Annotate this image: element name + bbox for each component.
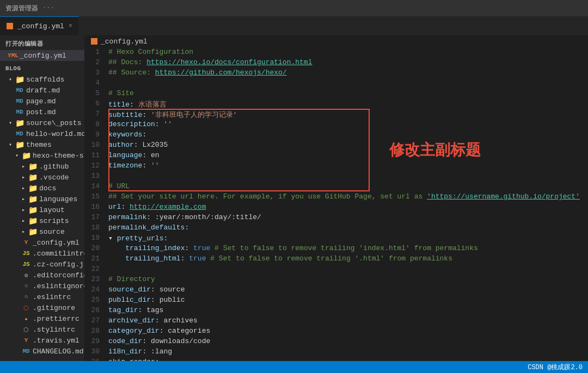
chevron-right-icon: ▸: [22, 196, 25, 202]
bottom-bar: CSDN @桃成蹊2.0: [0, 361, 588, 373]
sidebar-item-github[interactable]: ▸ 📁 .github: [0, 161, 84, 172]
sidebar-item-label: languages: [39, 195, 77, 203]
table-row: 23 # Directory: [84, 275, 588, 285]
title-bar-menu[interactable]: ···: [42, 4, 54, 12]
title-bar-text: 资源管理器: [5, 4, 38, 13]
sidebar-item-label: .prettierrc: [33, 315, 79, 323]
sidebar-item-source[interactable]: ▸ 📁 source: [0, 226, 84, 237]
md-file-icon: MD: [15, 97, 24, 105]
sidebar-item-prettierrc[interactable]: ✦ .prettierrc: [0, 313, 84, 324]
table-row: 18 permalink_defaults:: [84, 223, 588, 233]
sidebar-item-cz-config[interactable]: JS .cz-config.js: [0, 259, 84, 270]
folder-icon: 📁: [28, 195, 37, 203]
table-row: 24 source_dir: source: [84, 285, 588, 295]
sidebar-item-label: hexo-theme-stu...: [33, 152, 84, 160]
sidebar-item-label: .stylintrc: [33, 326, 75, 334]
table-row: 27 archive_dir: archives: [84, 316, 588, 326]
tab-close-button[interactable]: ×: [69, 22, 72, 30]
table-row: 25 public_dir: public: [84, 295, 588, 306]
table-row: 1 # Hexo Configuration: [84, 47, 588, 58]
folder-icon: 📁: [28, 206, 37, 214]
sidebar-item-label: layout: [39, 206, 65, 214]
sidebar-item-languages[interactable]: ▸ 📁 languages: [0, 194, 84, 204]
table-row: 12 timezone: '': [84, 161, 588, 171]
table-row: 14 # URL: [84, 182, 588, 192]
table-row: 9 keywords:: [84, 130, 588, 140]
table-row: 31 skip_render:: [84, 357, 588, 361]
blog-label: BLOG: [0, 61, 84, 74]
chevron-right-icon: ▸: [22, 217, 25, 224]
table-row: 29 code_dir: downloads/code: [84, 337, 588, 347]
chevron-right-icon: ▸: [22, 207, 25, 213]
sidebar-item-label: .eslintignore: [33, 282, 84, 290]
sidebar-item-source-posts[interactable]: ▾ 📁 source\_posts: [0, 117, 84, 128]
sidebar-item-label: draft.md: [26, 86, 60, 95]
sidebar-item-post[interactable]: MD post.md: [0, 107, 84, 117]
table-row: 13: [84, 171, 588, 182]
prettier-file-icon: ✦: [22, 314, 30, 323]
sidebar-item-gitignore[interactable]: ⬡ .gitignore: [0, 302, 84, 313]
table-row: 20 trailing_index: true # Set to false t…: [84, 244, 588, 254]
editor-content[interactable]: 修改主副标题 1 # Hexo Configuration 2 ## Docs:…: [84, 47, 588, 361]
sidebar-open-file-config[interactable]: YML _config.yml: [0, 50, 84, 61]
folder-icon: 📁: [15, 75, 24, 84]
js-file-icon: JS: [22, 249, 30, 258]
table-row: 2 ## Docs: https://hexo.io/docs/configur…: [84, 58, 588, 68]
chevron-right-icon: ▸: [22, 163, 25, 170]
md-file-icon: MD: [15, 129, 24, 138]
sidebar-item-editorconfig[interactable]: ⚙ .editorconfig: [0, 270, 84, 281]
chevron-right-icon: ▸: [22, 228, 25, 235]
sidebar-item-docs[interactable]: ▸ 📁 docs: [0, 183, 84, 194]
sidebar-item-config-inner[interactable]: Y _config.yml: [0, 237, 84, 248]
folder-icon: 📁: [15, 140, 24, 149]
sidebar-item-label: .commitlintrc.js: [33, 250, 84, 258]
sidebar-item-label: scripts: [39, 217, 69, 225]
editor-filename: _config.yml: [101, 38, 148, 46]
sidebar-item-commitlintrc[interactable]: JS .commitlintrc.js: [0, 248, 84, 259]
sidebar-item-scaffolds[interactable]: ▾ 📁 scaffolds: [0, 74, 84, 85]
chevron-down-icon: ▾: [9, 141, 12, 148]
js-file-icon: JS: [22, 260, 30, 269]
sidebar-item-label: .cz-config.js: [33, 260, 84, 269]
sidebar-item-label: .eslintrc: [33, 293, 71, 301]
sidebar-item-changelog[interactable]: MD CHANGELOG.md: [0, 346, 84, 357]
sidebar-item-label: .editorconfig: [33, 271, 84, 279]
open-editors-label: 打开的编辑器: [0, 35, 84, 50]
sidebar-item-eslintignore[interactable]: ○ .eslintignore: [0, 281, 84, 291]
chevron-down-icon: ▾: [15, 152, 19, 159]
folder-icon: 📁: [28, 173, 37, 182]
table-row: 16 url: http://example.com: [84, 202, 588, 213]
sidebar-item-scripts[interactable]: ▸ 📁 scripts: [0, 215, 84, 226]
table-row: 3 ## Source: https://github.com/hexojs/h…: [84, 68, 588, 78]
sidebar-item-layout[interactable]: ▸ 📁 layout: [0, 204, 84, 215]
table-row: 4: [84, 78, 588, 89]
sidebar-item-draft[interactable]: MD draft.md: [0, 85, 84, 96]
md-file-icon: MD: [15, 86, 24, 95]
sidebar-item-hexo-theme[interactable]: ▾ 📁 hexo-theme-stu...: [0, 150, 84, 161]
folder-icon: 📁: [28, 216, 37, 225]
dot-file-icon: ⬡: [22, 325, 30, 334]
dot-file-icon: ⚙: [22, 271, 30, 279]
sidebar-item-page[interactable]: MD page.md: [0, 96, 84, 107]
sidebar-item-label: .travis.yml: [33, 337, 79, 345]
tab-config-yml[interactable]: _config.yml ×: [0, 16, 79, 35]
chevron-down-icon: ▾: [9, 76, 12, 83]
table-row: 7 subtitle: '非科班电子人的学习记录': [84, 109, 588, 120]
sidebar-item-label: .vscode: [39, 173, 69, 182]
open-file-icon: YML: [9, 51, 17, 60]
dot-file-icon: ○: [22, 293, 30, 301]
table-row: 15 ## Set your site url here. For exampl…: [84, 192, 588, 202]
yml-file-icon: Y: [22, 238, 30, 247]
sidebar-item-eslintrc[interactable]: ○ .eslintrc: [0, 291, 84, 302]
sidebar-item-vscode[interactable]: ▸ 📁 .vscode: [0, 172, 84, 183]
dot-file-icon: ○: [22, 282, 30, 290]
sidebar-item-label: .gitignore: [33, 304, 75, 312]
sidebar-item-hello-world[interactable]: MD hello-world.md: [0, 128, 84, 139]
sidebar-item-stylintrc[interactable]: ⬡ .stylintrc: [0, 324, 84, 335]
sidebar-item-travis[interactable]: Y .travis.yml: [0, 335, 84, 346]
git-file-icon: ⬡: [22, 303, 30, 312]
sidebar-item-label: page.md: [26, 97, 56, 105]
sidebar-item-themes[interactable]: ▾ 📁 themes: [0, 139, 84, 150]
folder-icon: 📁: [15, 119, 24, 127]
chevron-down-icon: ▾: [9, 120, 12, 126]
